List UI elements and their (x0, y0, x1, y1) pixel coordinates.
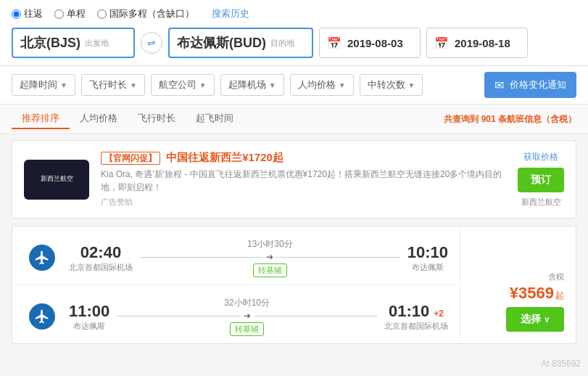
ad-description: Kia Ora, 奇遇'新'旅程 - 中国直飞往返新西兰机票优惠¥1720起！搭… (101, 168, 506, 194)
sort-tab-price[interactable]: 人均价格 (70, 109, 128, 129)
departure-date-box[interactable]: 📅 2019-08-03 (319, 28, 421, 58)
flight-row-2: 11:00 布达佩斯 32小时10分 ➔ 转基辅 (12, 285, 460, 343)
origin-city: 北京(BJS) (20, 34, 80, 52)
filter-transfers-arrow: ▼ (408, 81, 415, 89)
arr-info-1: 10:10 布达佩斯 (407, 243, 448, 273)
line-right-1 (276, 257, 399, 258)
plane-icon-1 (34, 250, 50, 266)
select-button[interactable]: 选择 ∨ (506, 307, 564, 332)
radio-group: 往返 单程 国际多程（含缺口） 搜索历史 (12, 7, 576, 20)
filter-duration-arrow: ▼ (130, 81, 137, 89)
radio-multi[interactable]: 国际多程（含缺口） (97, 7, 194, 20)
sort-tab-duration[interactable]: 飞行时长 (128, 109, 186, 129)
result-count-suffix: 条航班信息（含税） (498, 114, 576, 124)
duration-text-2: 32小时10分 (224, 297, 270, 309)
return-date-box[interactable]: 📅 2019-08-18 (426, 28, 528, 58)
filter-transfers[interactable]: 中转次数 ▼ (360, 74, 423, 96)
origin-box[interactable]: 北京(BJS) 出发地 (12, 28, 135, 58)
radio-oneway-label: 单程 (67, 7, 86, 20)
dep-airport-1: 北京首都国际机场 (69, 262, 133, 273)
origin-label: 出发地 (85, 38, 109, 49)
filter-depart-time-label: 起降时间 (20, 78, 57, 91)
filter-airport-arrow: ▼ (269, 81, 276, 89)
filter-airport-label: 起降机场 (228, 78, 266, 91)
duration-info-2: 32小时10分 ➔ 转基辅 (117, 297, 377, 336)
line-left-2 (117, 316, 240, 316)
filter-airport[interactable]: 起降机场 ▼ (220, 74, 284, 96)
radio-oneway[interactable]: 单程 (54, 7, 86, 20)
calendar-icon-departure: 📅 (327, 36, 341, 50)
filter-airline-arrow: ▼ (199, 81, 207, 89)
line-left-1 (140, 257, 263, 258)
price-value: ¥3569 (510, 284, 554, 303)
sort-tab-time[interactable]: 起飞时间 (186, 109, 244, 129)
duration-text-1: 13小时30分 (247, 238, 293, 250)
app-container: 往返 单程 国际多程（含缺口） 搜索历史 北京(BJS) 出发地 ⇌ 布达佩斯(… (0, 0, 588, 351)
filter-transfers-label: 中转次数 (368, 78, 405, 91)
search-history-link[interactable]: 搜索历史 (212, 7, 249, 20)
ad-title: 【官网闪促】 中国往返新西兰¥1720起 (101, 151, 506, 165)
line-right-2 (254, 316, 377, 316)
flight-rows-wrapper: 02:40 北京首都国际机场 13小时30分 ➔ 转基辅 (12, 226, 576, 343)
departure-date: 2019-08-03 (347, 37, 403, 49)
arrow-right-2: ➔ (244, 311, 251, 321)
filter-flight-duration[interactable]: 飞行时长 ▼ (81, 74, 145, 96)
dep-time-2: 11:00 (69, 302, 109, 321)
ad-price: ¥1720起 (242, 151, 283, 163)
sort-tab-recommended[interactable]: 推荐排序 (12, 109, 70, 129)
flight-card-1: 02:40 北京首都国际机场 13小时30分 ➔ 转基辅 (12, 226, 576, 344)
search-bar: 往返 单程 国际多程（含缺口） 搜索历史 北京(BJS) 出发地 ⇌ 布达佩斯(… (0, 0, 588, 66)
result-count: 共查询到 901 条航班信息（含税） (444, 113, 576, 126)
swap-button[interactable]: ⇌ (141, 32, 162, 54)
duration-line-1: ➔ (140, 252, 400, 262)
filter-price[interactable]: 人均价格 ▼ (290, 74, 354, 96)
ad-logo: 新西兰航空 (24, 160, 89, 200)
filter-bar: 起降时间 ▼ 飞行时长 ▼ 航空公司 ▼ 起降机场 ▼ 人均价格 ▼ 中转次数 … (0, 66, 588, 105)
search-row: 北京(BJS) 出发地 ⇌ 布达佩斯(BUD) 目的地 📅 2019-08-03… (12, 28, 576, 58)
dep-airport-2: 布达佩斯 (73, 321, 105, 332)
ad-title-text: 中国往返新西兰¥1720起 (166, 151, 283, 163)
filter-airline-label: 航空公司 (159, 78, 196, 91)
price-suffix: 起 (555, 290, 564, 302)
dep-time-1: 02:40 (80, 243, 121, 262)
radio-roundtrip[interactable]: 往返 (12, 7, 43, 20)
price-tax-note: 含税 (548, 271, 564, 282)
price-display: ¥3569 起 (510, 284, 564, 303)
ad-action: 获取价格 预订 新西兰航空 (518, 151, 564, 208)
result-count-prefix: 共查询到 (444, 114, 479, 124)
airline-logo-1 (24, 245, 60, 271)
ad-banner: 新西兰航空 【官网闪促】 中国往返新西兰¥1720起 Kia Ora, 奇遇'新… (12, 140, 576, 218)
calendar-icon-return: 📅 (434, 36, 449, 50)
ad-airline-name: 新西兰航空 (521, 197, 561, 208)
dep-info-1: 02:40 北京首都国际机场 (69, 243, 133, 273)
book-button[interactable]: 预订 (518, 168, 564, 192)
flight-rows-content: 02:40 北京首都国际机场 13小时30分 ➔ 转基辅 (12, 226, 460, 343)
notify-button[interactable]: ✉ 价格变化通知 (484, 72, 576, 98)
airline-logo-inner-1 (29, 245, 55, 271)
filter-airline[interactable]: 航空公司 ▼ (151, 74, 215, 96)
duration-info-1: 13小时30分 ➔ 转基辅 (140, 238, 400, 277)
arr-airport-1: 布达佩斯 (412, 262, 444, 273)
filter-flight-duration-label: 飞行时长 (89, 78, 127, 91)
radio-multi-label: 国际多程（含缺口） (109, 7, 194, 20)
get-price-link[interactable]: 获取价格 (523, 151, 558, 163)
duration-line-2: ➔ (117, 311, 377, 321)
plane-icon-2 (34, 308, 50, 324)
transfer-badge-2[interactable]: 转基辅 (230, 322, 264, 336)
arr-time-value-2: 01:10 (389, 302, 429, 320)
sort-bar: 推荐排序 人均价格 飞行时长 起飞时间 共查询到 901 条航班信息（含税） (0, 105, 588, 134)
result-count-number: 901 (481, 114, 496, 124)
airline-logo-inner-2 (29, 303, 55, 330)
destination-box[interactable]: 布达佩斯(BUD) 目的地 (168, 28, 313, 58)
flight-times-2: 11:00 布达佩斯 32小时10分 ➔ 转基辅 (69, 297, 448, 336)
filter-price-label: 人均价格 (298, 78, 336, 91)
notify-icon: ✉ (494, 78, 504, 92)
ad-logo-text: 新西兰航空 (41, 175, 73, 184)
arr-airport-2: 北京首都国际机场 (384, 321, 448, 332)
filter-depart-time[interactable]: 起降时间 ▼ (12, 74, 75, 96)
ad-badge: 【官网闪促】 (101, 152, 160, 165)
tax-label: 含税 (548, 272, 564, 281)
transfer-badge-1[interactable]: 转基辅 (253, 263, 287, 277)
arr-time-1: 10:10 (407, 243, 448, 262)
airline-logo-2 (24, 303, 60, 330)
